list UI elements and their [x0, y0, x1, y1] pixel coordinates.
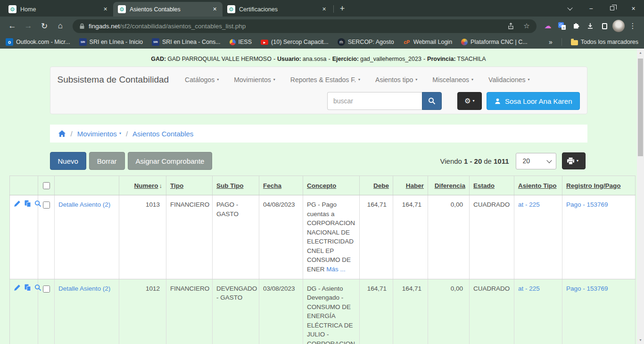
forward-button[interactable]: →: [21, 18, 36, 34]
header-tipo[interactable]: Tipo: [166, 176, 213, 195]
close-icon[interactable]: ×: [211, 5, 219, 13]
share-button[interactable]: [504, 20, 517, 32]
scrollbar-thumb[interactable]: [638, 59, 643, 156]
translate-button[interactable]: Ga: [555, 19, 569, 33]
browser-toolbar: ← → ↻ ⌂ fingads.net/sf2/contabilidad/asi…: [0, 17, 644, 35]
asiento-tipo-link[interactable]: at - 225: [518, 201, 540, 208]
tab-home[interactable]: ⚙ Home ×: [4, 2, 113, 17]
edit-button[interactable]: [14, 284, 21, 294]
url-bar[interactable]: fingads.net/sf2/contabilidad/asientos_co…: [73, 19, 537, 33]
view-button[interactable]: [34, 200, 41, 210]
header-diferencia[interactable]: Diferencia: [428, 176, 470, 195]
nuevo-button[interactable]: Nuevo: [50, 152, 86, 170]
bookmark-sri-inicio[interactable]: SRISRI en Línea - Inicio: [79, 38, 143, 46]
cell-detalle: Detalle Asiento (2): [55, 279, 119, 344]
close-icon[interactable]: ×: [101, 5, 109, 13]
header-sub-tipo[interactable]: Sub Tipo: [213, 176, 259, 195]
page-size-select[interactable]: 20: [516, 153, 556, 169]
app-brand[interactable]: Subsistema de Contabilidad: [58, 75, 169, 85]
menu-validaciones[interactable]: Validaciones▾: [488, 76, 529, 84]
cloud-icon: ☁: [545, 22, 552, 30]
bookmark-sri-consultas[interactable]: SRISRI en Línea - Cons...: [152, 38, 221, 46]
profile-avatar[interactable]: [612, 19, 625, 33]
all-bookmarks-button[interactable]: Todos los marcadores: [571, 39, 638, 45]
restore-button[interactable]: [602, 0, 623, 17]
cell-numero: 1012: [119, 279, 166, 344]
extension-cloud-button[interactable]: ☁: [541, 19, 554, 33]
header-registro[interactable]: Registro Ing/Pago: [562, 176, 636, 195]
row-checkbox[interactable]: [43, 201, 50, 209]
close-window-button[interactable]: ×: [623, 0, 644, 17]
lock-icon: [79, 23, 85, 29]
new-tab-button[interactable]: +: [336, 2, 348, 15]
extensions-button[interactable]: [570, 19, 583, 33]
home-icon[interactable]: [58, 130, 66, 137]
copy-button[interactable]: [24, 284, 31, 294]
asiento-tipo-link[interactable]: at - 225: [518, 285, 540, 292]
menu-movimientos[interactable]: Movimientos▾: [234, 76, 275, 84]
scroll-up-icon[interactable]: ▲: [637, 51, 644, 54]
bookmark-webmail[interactable]: cPWebmail Login: [403, 38, 452, 46]
menu-miscelaneos[interactable]: Miscelaneos▾: [432, 76, 473, 84]
page-scrollbar[interactable]: ▲ ▼: [637, 49, 644, 344]
bookmark-outlook[interactable]: oOutlook.com - Micr...: [6, 38, 70, 46]
provincia-value: TSACHILA: [457, 56, 486, 62]
menu-reportes[interactable]: Reportes & Estados F.▾: [290, 76, 360, 84]
header-fecha[interactable]: Fecha: [259, 176, 303, 195]
row-checkbox[interactable]: [43, 285, 50, 293]
detalle-asiento-link[interactable]: Detalle Asiento (2): [58, 201, 110, 208]
cell-detalle: Detalle Asiento (2): [55, 195, 119, 279]
bookmarks-overflow-button[interactable]: »: [549, 38, 553, 46]
browser-menu-button[interactable]: ⋮: [626, 19, 639, 33]
breadcrumb-asientos-contables[interactable]: Asientos Contables: [132, 130, 193, 138]
edit-button[interactable]: [14, 200, 21, 210]
detalle-asiento-link[interactable]: Detalle Asiento (2): [58, 285, 110, 292]
search-button[interactable]: [422, 92, 442, 110]
close-icon[interactable]: ×: [320, 5, 328, 13]
bookmark-label: SRI en Línea - Inicio: [90, 39, 143, 45]
back-button[interactable]: ←: [5, 18, 20, 34]
search-input[interactable]: [327, 92, 422, 110]
bookmark-sercop-agosto[interactable]: ṁSERCOP: Agosto: [338, 38, 394, 46]
bookmark-iess[interactable]: IESS: [230, 39, 252, 45]
table-row: Detalle Asiento (2) 1012 FINANCIERO DEVE…: [10, 279, 636, 344]
bookmark-sercop-capacit[interactable]: ▶(10) Sercop Capacit...: [261, 39, 329, 45]
settings-dropdown-button[interactable]: ⚙▾: [457, 92, 482, 110]
header-detalle: [55, 176, 119, 195]
registro-link[interactable]: Pago - 153769: [566, 285, 608, 292]
tab-search-button[interactable]: [559, 0, 580, 17]
user-menu-button[interactable]: Sosa Loor Ana Karen: [487, 92, 580, 110]
select-all-checkbox[interactable]: [43, 182, 50, 189]
cnc-icon: [461, 39, 468, 45]
gear-icon: ⚙: [10, 7, 15, 12]
downloads-button[interactable]: [584, 19, 597, 33]
view-button[interactable]: [34, 284, 41, 294]
minimize-button[interactable]: −: [580, 0, 602, 17]
header-numero[interactable]: Numero↓: [119, 176, 166, 195]
mas-link[interactable]: Más ...: [326, 266, 346, 273]
bookmark-star-button[interactable]: ☆: [520, 20, 533, 32]
header-debe[interactable]: Debe: [360, 176, 393, 195]
caret-down-icon: ▾: [471, 78, 473, 82]
menu-catalogos[interactable]: Catálogos▾: [185, 76, 219, 84]
header-haber[interactable]: Haber: [393, 176, 428, 195]
registro-link[interactable]: Pago - 153769: [566, 201, 608, 208]
cell-concepto: DG - Asiento Devengado - CONSUMO DE ENER…: [303, 279, 360, 344]
breadcrumb-movimientos[interactable]: Movimientos▾: [77, 130, 121, 138]
header-asiento-tipo[interactable]: Asiento Tipo: [514, 176, 562, 195]
copy-button[interactable]: [24, 200, 31, 210]
header-concepto[interactable]: Concepto: [303, 176, 360, 195]
asignar-comprobante-button[interactable]: Asignar Comprobante: [128, 152, 213, 170]
tab-asientos-contables[interactable]: ⚙ Asientos Contables ×: [113, 2, 223, 17]
header-estado[interactable]: Estado: [470, 176, 514, 195]
reload-button[interactable]: ↻: [37, 18, 52, 34]
tab-certificaciones[interactable]: ⚙ Certificaciones ×: [223, 2, 332, 17]
bookmark-cnc[interactable]: Plataforma CNC | C...: [461, 39, 528, 45]
sidepanel-button[interactable]: [598, 19, 611, 33]
url-domain: fingads.net: [89, 23, 120, 30]
menu-asientos-tipo[interactable]: Asientos tipo▾: [375, 76, 417, 84]
borrar-button[interactable]: Borrar: [89, 152, 125, 170]
print-dropdown-button[interactable]: ▾: [562, 152, 586, 169]
scroll-down-icon[interactable]: ▼: [637, 338, 644, 342]
home-button[interactable]: ⌂: [53, 18, 68, 34]
